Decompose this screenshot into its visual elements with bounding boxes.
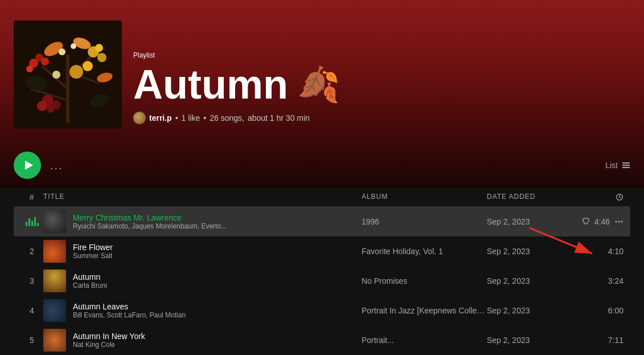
playlist-meta: terri.p • 1 like • 26 songs, about 1 hr … [133,112,630,124]
track-row[interactable]: 3 Autumn Carla Bruni No Promises Sep 2, … [14,266,630,296]
track-artist: Nat King Cole [73,341,145,349]
track-info: Fire Flower Summer Salt [43,240,362,263]
track-artist: Carla Bruni [73,281,107,289]
svg-point-19 [47,105,55,113]
svg-marker-27 [25,161,33,170]
col-number [20,217,43,226]
duration-value: 4:46 [594,217,610,226]
tracks-container: Merry Christmas Mr. Lawrence Ryuichi Sak… [14,207,630,355]
svg-point-37 [616,221,617,223]
svg-point-8 [26,66,33,72]
col-date: Sep 2, 2023 [487,247,578,256]
svg-point-11 [97,53,106,62]
col-album: Favorite Holiday, Vol. 1 [362,247,487,256]
track-text: Autumn Leaves Bill Evans, Scott LaFaro, … [73,302,186,319]
col-album: Portrait... [362,336,487,345]
col-number: 2 [20,247,43,256]
more-options-button[interactable]: ... [50,159,63,172]
username[interactable]: terri.p [149,113,172,123]
svg-point-18 [37,101,47,111]
col-duration: 4:46 [578,217,624,226]
duration: about 1 hr 30 min [248,113,310,123]
track-title: Autumn [73,272,107,281]
track-artist: Bill Evans, Scott LaFaro, Paul Motian [73,311,186,319]
controls-bar: ... List [0,142,644,188]
more-icon[interactable] [614,217,624,226]
svg-point-12 [95,44,103,52]
svg-rect-31 [629,162,630,164]
track-thumbnail [43,240,66,263]
playlist-title-row: Autumn 🍂 [133,64,630,105]
header-album: Album [362,193,487,202]
svg-point-24 [52,71,60,79]
svg-point-21 [83,61,93,71]
col-duration: 4:10 [578,247,624,256]
svg-rect-29 [622,165,629,166]
header-title: Title [43,193,362,202]
leaf-decoration: 🍂 [297,64,340,105]
svg-point-22 [59,48,65,55]
track-text: Fire Flower Summer Salt [73,243,113,260]
playlist-type-label: Playlist [133,51,630,59]
playlist-header: Playlist Autumn 🍂 terri.p • 1 like • 26 … [0,0,644,142]
waveform [26,217,39,226]
song-count: 26 songs, [210,113,244,123]
track-thumbnail [43,270,66,292]
col-album: 1996 [362,217,487,226]
svg-line-36 [620,197,621,198]
list-view-button[interactable]: List [605,161,630,170]
duration-value: 7:11 [608,336,624,345]
avatar [133,112,146,124]
play-button[interactable] [14,152,41,179]
svg-point-39 [621,221,623,223]
duration-value: 3:24 [608,276,624,285]
svg-rect-28 [622,162,629,164]
header-num: # [20,193,43,202]
track-number: 2 [30,247,34,256]
track-list: # Title Album Date added Merry Christmas… [0,188,644,355]
track-info: Autumn Leaves Bill Evans, Scott LaFaro, … [43,299,362,322]
header-date: Date added [487,193,578,202]
track-row[interactable]: 4 Autumn Leaves Bill Evans, Scott LaFaro… [14,296,630,325]
col-date: Sep 2, 2023 [487,217,578,226]
col-date: Sep 2, 2023 [487,276,578,285]
svg-rect-32 [629,165,630,166]
track-number: 3 [30,276,34,285]
col-number: 4 [20,306,43,315]
track-number: 5 [30,336,34,345]
col-duration: 7:11 [578,336,624,345]
track-info: Autumn Carla Bruni [43,270,362,292]
col-number: 5 [20,336,43,345]
track-text: Autumn In New York Nat King Cole [73,332,145,349]
track-text: Autumn Carla Bruni [73,272,107,289]
col-album: No Promises [362,276,487,285]
svg-point-23 [71,43,76,49]
likes-count: 1 like [182,113,200,123]
col-album: Portrait In Jazz [Keepnews Collection] [362,306,487,315]
svg-point-20 [69,65,83,79]
track-row[interactable]: 2 Fire Flower Summer Salt Favorite Holid… [14,236,630,266]
track-row[interactable]: Merry Christmas Mr. Lawrence Ryuichi Sak… [14,207,630,236]
duration-value: 6:00 [608,306,624,315]
heart-icon[interactable] [582,218,590,226]
track-info: Autumn In New York Nat King Cole [43,329,362,352]
col-date: Sep 2, 2023 [487,306,578,315]
col-number: 3 [20,276,43,285]
track-artist: Ryuichi Sakamoto, Jaques Morelenbaum, Ev… [73,222,227,230]
track-number: 4 [30,306,34,315]
track-info: Merry Christmas Mr. Lawrence Ryuichi Sak… [43,210,362,233]
track-thumbnail [43,210,66,233]
track-thumbnail [43,329,66,352]
playlist-artwork [14,21,122,129]
playlist-info: Playlist Autumn 🍂 terri.p • 1 like • 26 … [133,51,630,129]
track-title: Autumn Leaves [73,302,186,311]
col-duration: 6:00 [578,306,624,315]
track-thumbnail [43,299,66,322]
track-list-header: # Title Album Date added [14,188,630,207]
track-title: Fire Flower [73,243,113,252]
svg-rect-30 [622,167,629,168]
svg-point-9 [41,58,49,66]
svg-rect-33 [629,167,630,168]
track-row[interactable]: 5 Autumn In New York Nat King Cole Portr… [14,325,630,355]
col-duration: 3:24 [578,276,624,285]
